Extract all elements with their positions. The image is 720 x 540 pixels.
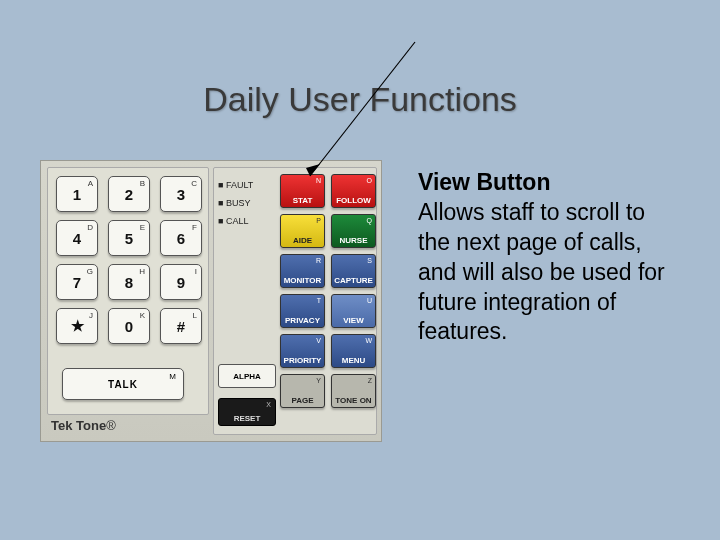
numeric-panel: 1A2B3C4D5E6F7G8H9I★J0K#L TALK M — [47, 167, 209, 415]
fn-sup: R — [316, 257, 321, 264]
keypad-key-9[interactable]: 9I — [160, 264, 202, 300]
fn-sup: O — [367, 177, 372, 184]
keypad-key-2[interactable]: 2B — [108, 176, 150, 212]
key-sup: A — [88, 179, 93, 188]
alpha-button[interactable]: ALPHA — [218, 364, 276, 388]
fn-button-aide[interactable]: AIDEP — [280, 214, 325, 248]
fn-button-privacy[interactable]: PRIVACYT — [280, 294, 325, 328]
status-led-busy: BUSY — [218, 194, 253, 212]
fn-sup: S — [367, 257, 372, 264]
alpha-label: ALPHA — [233, 372, 261, 381]
slide-content: 1A2B3C4D5E6F7G8H9I★J0K#L TALK M Tek Tone… — [40, 160, 680, 450]
fn-sup: T — [317, 297, 321, 304]
fn-sup: Q — [367, 217, 372, 224]
key-sup: F — [192, 223, 197, 232]
fn-sup: Y — [316, 377, 321, 384]
keypad-key-8[interactable]: 8H — [108, 264, 150, 300]
keypad: 1A2B3C4D5E6F7G8H9I★J0K#L — [56, 176, 202, 344]
reset-sup: X — [266, 401, 271, 408]
fn-sup: V — [316, 337, 321, 344]
key-sup: J — [89, 311, 93, 320]
function-panel: FAULTBUSYCALL ALPHA RESET X STATNFOLLOWO… — [213, 167, 377, 435]
keypad-key-0[interactable]: 0K — [108, 308, 150, 344]
key-sup: B — [140, 179, 145, 188]
keypad-key-#[interactable]: #L — [160, 308, 202, 344]
keypad-key-3[interactable]: 3C — [160, 176, 202, 212]
status-led-fault: FAULT — [218, 176, 253, 194]
reset-label: RESET — [234, 414, 261, 423]
function-grid: STATNFOLLOWOAIDEPNURSEQMONITORRCAPTURESP… — [280, 174, 376, 408]
talk-sup: M — [169, 372, 177, 381]
description-body: Allows staff to scroll to the next page … — [418, 198, 680, 347]
fn-button-capture[interactable]: CAPTURES — [331, 254, 376, 288]
talk-label: TALK — [108, 379, 138, 390]
fn-sup: U — [367, 297, 372, 304]
slide-title: Daily User Functions — [0, 80, 720, 119]
keypad-key-6[interactable]: 6F — [160, 220, 202, 256]
key-sup: L — [193, 311, 197, 320]
fn-button-menu[interactable]: MENUW — [331, 334, 376, 368]
keypad-key-1[interactable]: 1A — [56, 176, 98, 212]
key-sup: I — [195, 267, 197, 276]
key-sup: E — [140, 223, 145, 232]
description-text: View Button Allows staff to scroll to th… — [382, 160, 680, 450]
fn-button-nurse[interactable]: NURSEQ — [331, 214, 376, 248]
status-led-call: CALL — [218, 212, 253, 230]
fn-button-tone-on[interactable]: TONE ONZ — [331, 374, 376, 408]
keypad-key-7[interactable]: 7G — [56, 264, 98, 300]
talk-button[interactable]: TALK M — [62, 368, 184, 400]
fn-sup: W — [365, 337, 372, 344]
fn-button-page[interactable]: PAGEY — [280, 374, 325, 408]
status-led-list: FAULTBUSYCALL — [218, 176, 253, 230]
brand-logo: Tek Tone® — [51, 418, 116, 433]
reset-button[interactable]: RESET X — [218, 398, 276, 426]
key-sup: G — [87, 267, 93, 276]
key-sup: D — [87, 223, 93, 232]
fn-button-priority[interactable]: PRIORITYV — [280, 334, 325, 368]
fn-button-monitor[interactable]: MONITORR — [280, 254, 325, 288]
fn-button-follow[interactable]: FOLLOWO — [331, 174, 376, 208]
keypad-key-4[interactable]: 4D — [56, 220, 98, 256]
description-heading: View Button — [418, 168, 680, 198]
fn-sup: Z — [368, 377, 372, 384]
keypad-key-★[interactable]: ★J — [56, 308, 98, 344]
key-sup: H — [139, 267, 145, 276]
control-panel-image: 1A2B3C4D5E6F7G8H9I★J0K#L TALK M Tek Tone… — [40, 160, 382, 442]
fn-sup: P — [316, 217, 321, 224]
fn-button-stat[interactable]: STATN — [280, 174, 325, 208]
key-sup: C — [191, 179, 197, 188]
key-sup: K — [140, 311, 145, 320]
fn-button-view[interactable]: VIEWU — [331, 294, 376, 328]
keypad-key-5[interactable]: 5E — [108, 220, 150, 256]
fn-sup: N — [316, 177, 321, 184]
